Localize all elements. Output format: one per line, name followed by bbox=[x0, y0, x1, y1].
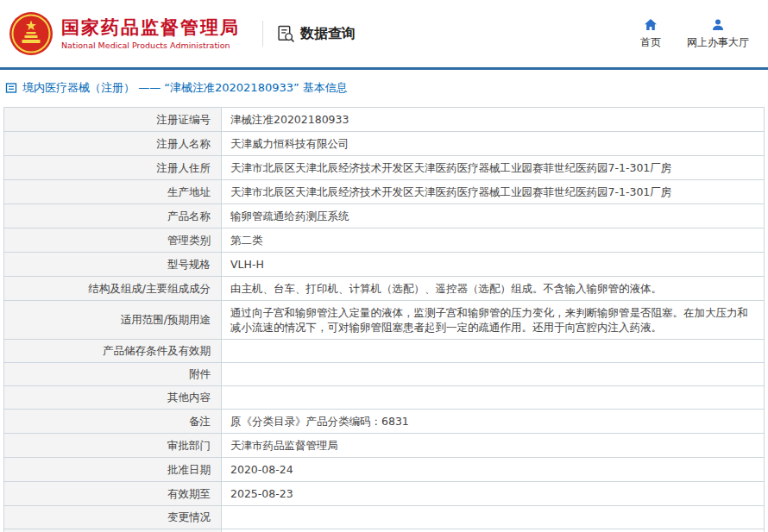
row-label: 产品名称 bbox=[4, 204, 222, 228]
row-label: 结构及组成/主要组成成分 bbox=[4, 277, 222, 301]
row-value: 第二类 bbox=[222, 228, 765, 253]
table-row: 适用范围/预期用途通过向子宫和输卵管注入定量的液体，监测子宫和输卵管的压力变化，… bbox=[4, 301, 765, 340]
row-label: 有效期至 bbox=[4, 482, 222, 506]
agency-names: 国家药品监督管理局 National Medical Products Admi… bbox=[61, 17, 240, 50]
row-label: 审批部门 bbox=[4, 434, 222, 458]
nav-service-hall-label: 网上办事大厅 bbox=[687, 35, 749, 50]
row-label: 产品储存条件及有效期 bbox=[4, 340, 222, 363]
table-row: 批准日期2020-08-24 bbox=[4, 458, 765, 482]
row-value: 天津威力恒科技有限公司 bbox=[222, 132, 765, 156]
home-icon bbox=[644, 18, 658, 32]
agency-name-zh: 国家药品监督管理局 bbox=[61, 17, 240, 38]
row-value: 由主机、台车、打印机、计算机（选配）、遥控器（选配）组成。不含输入输卵管的液体。 bbox=[222, 277, 765, 301]
row-label: 生产地址 bbox=[4, 180, 222, 204]
row-value bbox=[222, 363, 765, 386]
table-row: 注册证编号津械注准20202180933 bbox=[4, 108, 765, 132]
site-header: 国家药品监督管理局 National Medical Products Admi… bbox=[0, 0, 768, 67]
row-value: 输卵管疏通给药测压系统 bbox=[222, 204, 765, 228]
table-row: 注册人住所天津市北辰区天津北辰经济技术开发区天津医药医疗器械工业园赛菲世纪医药园… bbox=[4, 156, 765, 180]
header-nav: 首页 网上办事大厅 bbox=[640, 18, 749, 50]
row-label: 型号规格 bbox=[4, 253, 222, 277]
table-row: 注详情 bbox=[4, 529, 765, 532]
table-row: 管理类别第二类 bbox=[4, 228, 765, 253]
registration-info-table: 注册证编号津械注准20202180933注册人名称天津威力恒科技有限公司注册人住… bbox=[3, 107, 765, 532]
table-row: 变更情况 bbox=[4, 506, 765, 529]
row-label: 备注 bbox=[4, 410, 222, 434]
row-label: 注册人住所 bbox=[4, 156, 222, 180]
table-row: 注册人名称天津威力恒科技有限公司 bbox=[4, 132, 765, 156]
row-label: 注 bbox=[4, 529, 222, 532]
row-value bbox=[222, 506, 765, 529]
row-label: 管理类别 bbox=[4, 228, 222, 253]
row-value: VLH-H bbox=[222, 253, 765, 277]
breadcrumb: 境内医疗器械（注册） —— “津械注准20202180933” 基本信息 bbox=[3, 74, 765, 101]
table-row: 产品名称输卵管疏通给药测压系统 bbox=[4, 204, 765, 228]
nav-home[interactable]: 首页 bbox=[640, 18, 661, 50]
agency-name-en: National Medical Products Administration bbox=[61, 41, 240, 50]
row-label: 变更情况 bbox=[4, 506, 222, 529]
breadcrumb-text: 境内医疗器械（注册） —— “津械注准20202180933” 基本信息 bbox=[22, 80, 348, 96]
data-query-icon bbox=[277, 25, 295, 43]
table-row: 生产地址天津市北辰区天津北辰经济技术开发区天津医药医疗器械工业园赛菲世纪医药园7… bbox=[4, 180, 765, 204]
header-divider bbox=[262, 21, 263, 47]
content: 境内医疗器械（注册） —— “津械注准20202180933” 基本信息 注册证… bbox=[0, 70, 768, 532]
data-query-section[interactable]: 数据查询 bbox=[277, 25, 356, 43]
registry-icon bbox=[5, 82, 17, 94]
row-value: 2020-08-24 bbox=[222, 458, 765, 482]
row-label: 批准日期 bbox=[4, 458, 222, 482]
row-value bbox=[222, 386, 765, 410]
user-icon bbox=[711, 18, 725, 32]
row-value: 详情 bbox=[222, 529, 765, 532]
section-title: 数据查询 bbox=[300, 25, 356, 43]
row-value: 天津市药品监督管理局 bbox=[222, 434, 765, 458]
row-label: 注册证编号 bbox=[4, 108, 222, 132]
table-row: 型号规格VLH-H bbox=[4, 253, 765, 277]
table-row: 产品储存条件及有效期 bbox=[4, 340, 765, 363]
nmpa-logo: 国家药品监督管理局 National Medical Products Admi… bbox=[9, 11, 240, 56]
nav-home-label: 首页 bbox=[640, 35, 661, 50]
row-label: 其他内容 bbox=[4, 386, 222, 410]
table-row: 附件 bbox=[4, 363, 765, 386]
row-value: 天津市北辰区天津北辰经济技术开发区天津医药医疗器械工业园赛菲世纪医药园7-1-3… bbox=[222, 156, 765, 180]
row-value: 通过向子宫和输卵管注入定量的液体，监测子宫和输卵管的压力变化，来判断输卵管是否阻… bbox=[222, 301, 765, 340]
table-row: 结构及组成/主要组成成分由主机、台车、打印机、计算机（选配）、遥控器（选配）组成… bbox=[4, 277, 765, 301]
row-label: 注册人名称 bbox=[4, 132, 222, 156]
table-row: 备注原《分类目录》产品分类编码：6831 bbox=[4, 410, 765, 434]
row-label: 附件 bbox=[4, 363, 222, 386]
row-value: 原《分类目录》产品分类编码：6831 bbox=[222, 410, 765, 434]
row-value: 2025-08-23 bbox=[222, 482, 765, 506]
table-row: 审批部门天津市药品监督管理局 bbox=[4, 434, 765, 458]
row-label: 适用范围/预期用途 bbox=[4, 301, 222, 340]
national-emblem-icon bbox=[9, 11, 54, 56]
table-row: 有效期至2025-08-23 bbox=[4, 482, 765, 506]
row-value bbox=[222, 340, 765, 363]
table-row: 其他内容 bbox=[4, 386, 765, 410]
nav-service-hall[interactable]: 网上办事大厅 bbox=[687, 18, 749, 50]
row-value: 天津市北辰区天津北辰经济技术开发区天津医药医疗器械工业园赛菲世纪医药园7-1-3… bbox=[222, 180, 765, 204]
row-value: 津械注准20202180933 bbox=[222, 108, 765, 132]
